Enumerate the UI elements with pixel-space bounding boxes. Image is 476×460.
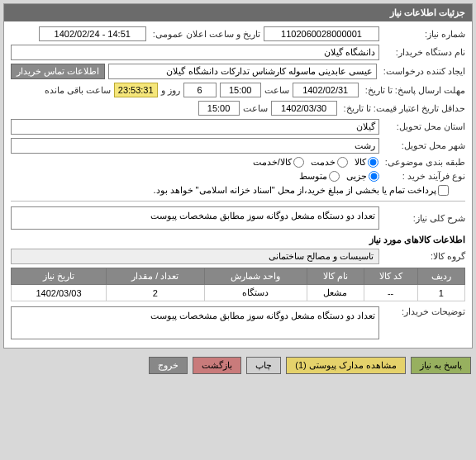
exit-button[interactable]: خروج	[149, 357, 188, 374]
province-label: استان محل تحویل:	[383, 121, 465, 132]
process-label: نوع فرآیند خرید :	[383, 171, 465, 182]
category-label: طبقه بندی موضوعی:	[382, 157, 465, 168]
category-radios: کالا خدمت کالا/خدمت	[253, 157, 378, 168]
cell-qty: 2	[106, 285, 204, 301]
radio-medium[interactable]: متوسط	[299, 171, 340, 182]
need-no-value: 1102060028000001	[264, 26, 379, 41]
th-name: نام کالا	[307, 268, 364, 285]
th-unit: واحد شمارش	[204, 268, 307, 285]
pay-checkbox[interactable]: پرداخت تمام یا بخشی از مبلغ خرید،از محل …	[153, 185, 449, 196]
summary-value: تعداد دو دستگاه مشعل دوگانه سوز مطابق مش…	[11, 206, 379, 230]
cell-date: 1402/03/03	[12, 285, 107, 301]
buyer-desc-value: تعداد دو دستگاه مشعل دوگانه سوز مطابق مش…	[11, 306, 379, 339]
buyer-value: دانشگاه گیلان	[11, 45, 379, 60]
th-date: تاریخ نیاز	[12, 268, 107, 285]
cell-name: مشعل	[307, 285, 364, 301]
deadline-date: 1402/02/31	[293, 83, 359, 97]
time-label-2: ساعت	[243, 103, 268, 114]
cell-row: 1	[417, 285, 464, 301]
announce-label: تاریخ و ساعت اعلان عمومی:	[150, 29, 260, 40]
th-code: کد کالا	[364, 268, 417, 285]
creator-value: عیسی عابدینی ماسوله کارشناس تدارکات دانش…	[108, 64, 377, 79]
radio-both[interactable]: کالا/خدمت	[253, 157, 304, 168]
validity-time: 15:00	[198, 101, 240, 116]
city-value: رشت	[11, 138, 379, 154]
days-label: روز و	[161, 85, 180, 96]
group-value: تاسیسات و مصالح ساختمانی	[11, 249, 379, 264]
respond-button[interactable]: پاسخ به نیاز	[411, 357, 471, 374]
attachments-button[interactable]: مشاهده مدارک پیوستی (1)	[286, 357, 406, 374]
contact-button[interactable]: اطلاعات تماس خریدار	[11, 64, 105, 79]
announce-value: 1402/02/24 - 14:51	[39, 26, 146, 41]
buyer-desc-label: توضیحات خریدار:	[383, 306, 465, 317]
radio-service[interactable]: خدمت	[311, 157, 348, 168]
cell-unit: دستگاه	[204, 285, 307, 301]
print-button[interactable]: چاپ	[246, 357, 281, 374]
need-no-label: شماره نیاز:	[383, 29, 465, 40]
countdown: 23:53:31	[114, 83, 158, 97]
footer-buttons: پاسخ به نیاز مشاهده مدارک پیوستی (1) چاپ…	[0, 352, 476, 379]
creator-label: ایجاد کننده درخواست:	[380, 66, 465, 77]
items-table: ردیف کد کالا نام کالا واحد شمارش تعداد /…	[11, 268, 465, 301]
panel-body: شماره نیاز: 1102060028000001 تاریخ و ساع…	[4, 21, 472, 348]
validity-label: حداقل تاریخ اعتبار قیمت: تا تاریخ:	[340, 103, 465, 114]
deadline-label: مهلت ارسال پاسخ: تا تاریخ:	[362, 85, 465, 96]
remain-label: ساعت باقی مانده	[45, 85, 111, 96]
days-value: 6	[183, 83, 217, 97]
summary-label: شرح کلی نیاز:	[383, 213, 465, 224]
cell-code: --	[364, 285, 417, 301]
table-row[interactable]: 1 -- مشعل دستگاه 2 1402/03/03	[12, 285, 465, 301]
validity-date: 1402/03/30	[271, 101, 337, 116]
deadline-time: 15:00	[220, 83, 261, 97]
radio-goods[interactable]: کالا	[355, 157, 378, 168]
province-value: گیلان	[11, 119, 379, 135]
items-heading: اطلاعات کالاهای مورد نیاز	[369, 235, 465, 245]
process-radios: جزیی متوسط	[299, 171, 379, 182]
pay-check-group: پرداخت تمام یا بخشی از مبلغ خرید،از محل …	[153, 185, 449, 196]
time-label-1: ساعت	[264, 85, 289, 96]
city-label: شهر محل تحویل:	[383, 140, 465, 151]
back-button[interactable]: بازگشت	[193, 357, 241, 374]
details-panel: جزئیات اطلاعات نیاز شماره نیاز: 11020600…	[3, 3, 473, 349]
radio-partial[interactable]: جزیی	[346, 171, 379, 182]
panel-title: جزئیات اطلاعات نیاز	[4, 4, 472, 21]
group-label: گروه کالا:	[383, 251, 465, 262]
buyer-label: نام دستگاه خریدار:	[383, 47, 465, 58]
th-qty: تعداد / مقدار	[106, 268, 204, 285]
th-row: ردیف	[417, 268, 464, 285]
